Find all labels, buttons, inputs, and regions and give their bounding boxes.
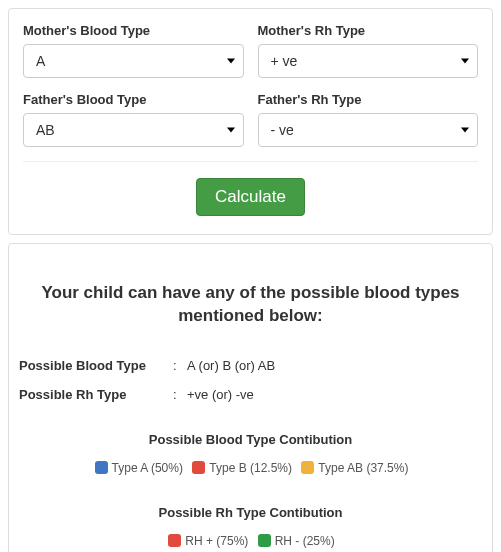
legend-label: RH - (25%) (275, 534, 335, 548)
row-mother: Mother's Blood Type A Mother's Rh Type +… (23, 23, 478, 78)
blood-contribution-title: Possible Blood Type Contibution (19, 432, 482, 447)
select-mother-blood-value: A (36, 53, 45, 69)
blood-contribution-legend: Type A (50%) Type B (12.5%) Type AB (37.… (19, 461, 482, 475)
legend-label: Type AB (37.5%) (318, 461, 408, 475)
label-father-rh: Father's Rh Type (258, 92, 479, 107)
field-mother-blood: Mother's Blood Type A (23, 23, 244, 78)
label-mother-rh: Mother's Rh Type (258, 23, 479, 38)
divider (23, 161, 478, 162)
possible-rh-value: +ve (or) -ve (187, 387, 254, 402)
possible-rh-key: Possible Rh Type (19, 387, 173, 402)
select-mother-rh-value: + ve (271, 53, 298, 69)
legend-item-rh-pos: RH + (75%) (166, 534, 248, 548)
label-father-blood: Father's Blood Type (23, 92, 244, 107)
possible-blood-key: Possible Blood Type (19, 358, 173, 373)
button-row: Calculate (23, 178, 478, 216)
select-father-rh-value: - ve (271, 122, 294, 138)
swatch-green-icon (258, 534, 271, 547)
possible-blood-value: A (or) B (or) AB (187, 358, 275, 373)
rh-contribution-title: Possible Rh Type Contibution (19, 505, 482, 520)
legend-item-type-a: Type A (50%) (93, 461, 183, 475)
rh-contribution-legend: RH + (75%) RH - (25%) (19, 534, 482, 548)
input-panel: Mother's Blood Type A Mother's Rh Type +… (8, 8, 493, 235)
select-mother-blood[interactable]: A (23, 44, 244, 78)
chevron-down-icon (461, 59, 469, 64)
legend-label: Type A (50%) (112, 461, 183, 475)
legend-label: Type B (12.5%) (209, 461, 292, 475)
chevron-down-icon (227, 59, 235, 64)
results-panel: Your child can have any of the possible … (8, 243, 493, 552)
possible-blood-row: Possible Blood Type : A (or) B (or) AB (19, 358, 482, 373)
legend-item-type-ab: Type AB (37.5%) (299, 461, 408, 475)
select-father-rh[interactable]: - ve (258, 113, 479, 147)
swatch-red-icon (168, 534, 181, 547)
swatch-red-icon (192, 461, 205, 474)
legend-label: RH + (75%) (185, 534, 248, 548)
select-father-blood-value: AB (36, 122, 55, 138)
legend-item-rh-neg: RH - (25%) (256, 534, 335, 548)
field-father-rh: Father's Rh Type - ve (258, 92, 479, 147)
field-mother-rh: Mother's Rh Type + ve (258, 23, 479, 78)
label-mother-blood: Mother's Blood Type (23, 23, 244, 38)
select-mother-rh[interactable]: + ve (258, 44, 479, 78)
swatch-yellow-icon (301, 461, 314, 474)
swatch-blue-icon (95, 461, 108, 474)
legend-item-type-b: Type B (12.5%) (190, 461, 292, 475)
possible-rh-row: Possible Rh Type : +ve (or) -ve (19, 387, 482, 402)
row-father: Father's Blood Type AB Father's Rh Type … (23, 92, 478, 147)
results-heading: Your child can have any of the possible … (35, 282, 466, 328)
select-father-blood[interactable]: AB (23, 113, 244, 147)
chevron-down-icon (461, 128, 469, 133)
kv-separator: : (173, 358, 187, 373)
chevron-down-icon (227, 128, 235, 133)
calculate-button[interactable]: Calculate (196, 178, 305, 216)
field-father-blood: Father's Blood Type AB (23, 92, 244, 147)
kv-separator: : (173, 387, 187, 402)
